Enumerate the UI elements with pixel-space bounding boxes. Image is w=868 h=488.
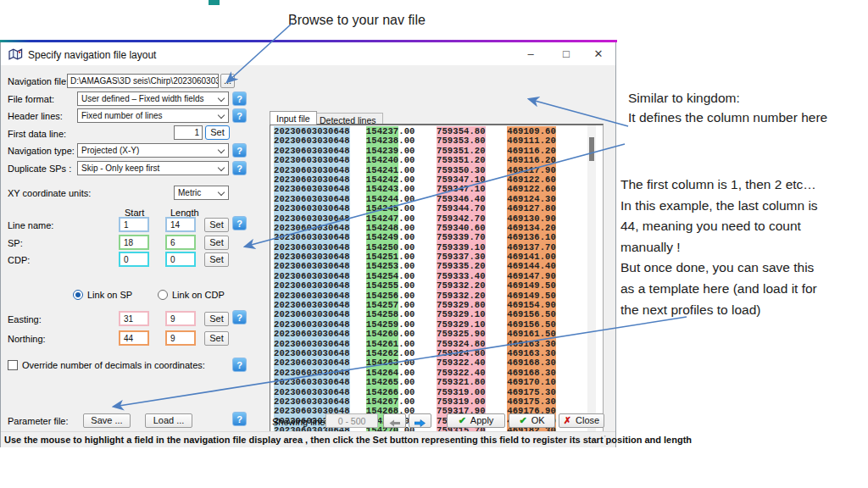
sp-set-button[interactable]: Set — [204, 236, 229, 250]
apply-button[interactable]: ✔Apply — [447, 413, 505, 428]
header-lines-help-button[interactable]: ? — [232, 108, 247, 123]
cdp-length-input[interactable]: 0 — [165, 252, 196, 267]
header-lines-select[interactable]: Fixed number of lines — [77, 108, 229, 123]
easting-help-button[interactable]: ? — [232, 310, 247, 324]
link-on-sp-radio[interactable] — [73, 290, 83, 300]
save-parameter-button[interactable]: Save ... — [83, 413, 131, 428]
easting-length-input[interactable]: 9 — [165, 311, 196, 326]
annotation-column-note: The first column is 1, then 2 etc… In th… — [620, 175, 818, 320]
cdp-set-button[interactable]: Set — [204, 252, 229, 267]
file-format-label: File format: — [8, 94, 54, 104]
navigation-file-label: Navigation file: — [8, 76, 69, 86]
next-lines-button[interactable] — [409, 413, 431, 428]
showing-lines-range: 0 - 500 — [326, 413, 378, 428]
close-window-button[interactable]: ✕ — [586, 45, 611, 64]
browse-button[interactable]: ... — [220, 74, 235, 88]
xy-units-label: XY coordinate units: — [8, 188, 91, 198]
tab-input-file[interactable]: Input file — [270, 111, 317, 125]
page: Browse to your nav file Similar to kingd… — [0, 0, 868, 488]
cdp-start-input[interactable]: 0 — [119, 252, 149, 267]
chevron-down-icon — [218, 189, 225, 196]
line-name-start-input[interactable]: 1 — [119, 217, 149, 232]
check-icon: ✔ — [459, 415, 466, 425]
first-data-line-label: First data line: — [8, 129, 66, 139]
decor-fragment — [209, 0, 220, 5]
chevron-down-icon — [218, 112, 225, 119]
header-lines-label: Header lines: — [8, 111, 63, 121]
arrow-right-icon — [415, 419, 426, 427]
parameter-file-help-button[interactable]: ? — [232, 412, 247, 426]
navigation-type-label: Navigation type: — [8, 146, 75, 156]
data-vertical-scrollbar[interactable] — [587, 125, 596, 443]
override-decimals-checkbox[interactable] — [8, 360, 18, 370]
tab-detected-lines[interactable]: Detected lines — [313, 113, 383, 125]
line-name-label: Line name: — [8, 220, 53, 230]
link-on-cdp-radio[interactable] — [158, 290, 168, 300]
maximize-button[interactable]: □ — [554, 45, 579, 64]
line-name-help-button[interactable]: ? — [232, 216, 247, 230]
line-name-set-button[interactable]: Set — [204, 218, 229, 232]
close-button[interactable]: ✗Close — [559, 413, 604, 428]
first-data-line-set-button[interactable]: Set — [205, 125, 230, 140]
file-format-select[interactable]: User defined – Fixed width fields — [77, 92, 229, 106]
chevron-down-icon — [218, 147, 225, 153]
chevron-down-icon — [218, 95, 225, 102]
window-title: Specify navigation file layout — [28, 49, 156, 61]
annotation-kingdom: Similar to kingdom: It defines the colum… — [628, 88, 827, 127]
northing-label: Northing: — [8, 334, 46, 344]
navigation-file-display-area[interactable]: 20230603030648 154237.00 759354.80 46910… — [270, 124, 604, 445]
load-parameter-button[interactable]: Load ... — [145, 413, 192, 428]
scrollbar-thumb[interactable] — [589, 137, 594, 161]
easting-set-button[interactable]: Set — [204, 312, 229, 326]
navigation-type-help-button[interactable]: ? — [232, 143, 247, 158]
titlebar[interactable]: Specify navigation file layout – □ ✕ — [1, 42, 615, 65]
override-decimals-label: Override number of decimals in coordinat… — [22, 360, 205, 370]
file-format-help-button[interactable]: ? — [232, 92, 247, 106]
chevron-down-icon — [218, 164, 225, 171]
easting-start-input[interactable]: 31 — [119, 311, 149, 326]
link-on-sp-label: Link on SP — [87, 290, 132, 300]
status-bar: Use the mouse to highlight a field in th… — [1, 431, 615, 447]
check-icon: ✔ — [519, 415, 526, 425]
override-decimals-help-button[interactable]: ? — [232, 358, 247, 372]
dialog-specify-navigation-file-layout: Specify navigation file layout – □ ✕ Nav… — [0, 40, 616, 447]
x-icon: ✗ — [564, 415, 571, 425]
annotation-browse: Browse to your nav file — [288, 10, 426, 30]
previous-lines-button[interactable] — [383, 413, 406, 428]
showing-lines-label: Showing lines: — [272, 417, 332, 427]
duplicate-sps-help-button[interactable]: ? — [232, 161, 247, 175]
parameter-file-label: Parameter file: — [8, 416, 69, 426]
xy-units-select[interactable]: Metric — [174, 186, 229, 200]
duplicate-sps-label: Duplicate SPs : — [8, 164, 71, 174]
cdp-label: CDP: — [8, 255, 30, 265]
ok-button[interactable]: ✔OK — [509, 413, 555, 428]
northing-length-input[interactable]: 9 — [165, 330, 196, 346]
northing-start-input[interactable]: 44 — [119, 330, 149, 346]
northing-set-button[interactable]: Set — [204, 331, 229, 346]
easting-label: Easting: — [8, 314, 42, 324]
map-icon — [8, 48, 23, 64]
sp-label: SP: — [8, 238, 23, 248]
link-on-cdp-label: Link on CDP — [172, 290, 225, 300]
navigation-type-select[interactable]: Projected (X-Y) — [77, 143, 229, 158]
sp-length-input[interactable]: 6 — [165, 235, 196, 250]
arrow-left-icon — [389, 419, 400, 427]
navigation-file-input[interactable]: D:\AMAGAS\3D seis\Chirp\202306030306 — [67, 74, 219, 88]
first-data-line-input[interactable]: 1 — [174, 125, 203, 140]
resize-grip[interactable]: ⋱ — [604, 434, 613, 445]
status-text: Use the mouse to highlight a field in th… — [4, 435, 692, 445]
line-name-length-input[interactable]: 14 — [165, 217, 196, 232]
data-rows: 20230603030648 154237.00 759354.80 46910… — [274, 127, 556, 445]
sp-start-input[interactable]: 18 — [119, 235, 149, 250]
minimize-button[interactable]: – — [518, 45, 543, 64]
duplicate-sps-select[interactable]: Skip - Only keep first — [77, 161, 229, 175]
